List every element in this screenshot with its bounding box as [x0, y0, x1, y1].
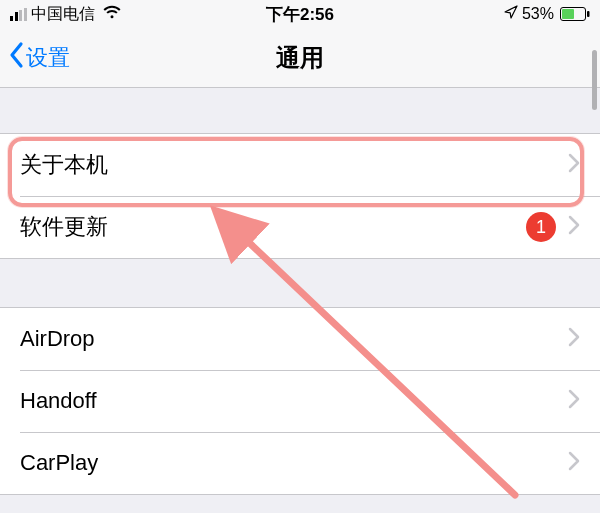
row-label: AirDrop	[20, 326, 568, 352]
scrollbar[interactable]	[592, 50, 597, 110]
back-label: 设置	[26, 43, 70, 73]
chevron-right-icon	[568, 213, 580, 241]
location-icon	[504, 5, 518, 23]
settings-group-1: 关于本机 软件更新 1	[0, 133, 600, 259]
row-carplay[interactable]: CarPlay	[0, 432, 600, 494]
row-label: 关于本机	[20, 150, 568, 180]
chevron-right-icon	[568, 449, 580, 477]
chevron-right-icon	[568, 151, 580, 179]
row-label: Handoff	[20, 388, 568, 414]
chevron-left-icon	[8, 41, 24, 74]
chevron-right-icon	[568, 325, 580, 353]
row-airdrop[interactable]: AirDrop	[0, 308, 600, 370]
row-about[interactable]: 关于本机	[0, 134, 600, 196]
row-label: 软件更新	[20, 212, 526, 242]
status-left: 中国电信	[10, 4, 121, 25]
back-button[interactable]: 设置	[0, 41, 70, 74]
row-label: CarPlay	[20, 450, 568, 476]
status-right: 53%	[504, 5, 590, 23]
row-software-update[interactable]: 软件更新 1	[0, 196, 600, 258]
settings-group-2: AirDrop Handoff CarPlay	[0, 307, 600, 495]
svg-rect-2	[587, 11, 590, 17]
svg-rect-1	[562, 9, 574, 19]
page-title: 通用	[276, 42, 324, 74]
status-bar: 中国电信 下午2:56 53%	[0, 0, 600, 28]
battery-icon	[560, 7, 590, 21]
status-time: 下午2:56	[266, 3, 334, 26]
update-badge: 1	[526, 212, 556, 242]
nav-bar: 设置 通用	[0, 28, 600, 88]
row-handoff[interactable]: Handoff	[0, 370, 600, 432]
wifi-icon	[103, 5, 121, 23]
signal-icon	[10, 8, 27, 21]
chevron-right-icon	[568, 387, 580, 415]
battery-pct: 53%	[522, 5, 554, 23]
carrier-label: 中国电信	[31, 4, 95, 25]
